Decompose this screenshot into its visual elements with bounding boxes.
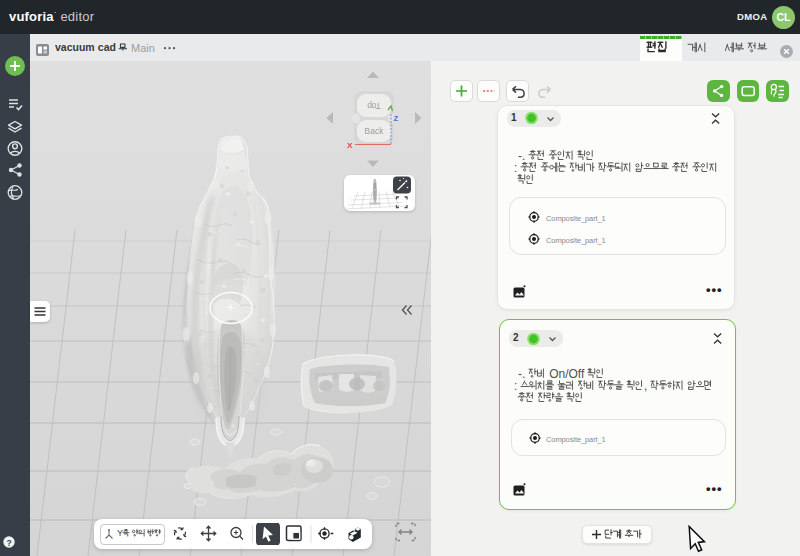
svg-text:Top: Top — [367, 101, 381, 111]
svg-text:On/Off: On/Off — [549, 367, 585, 381]
svg-text::: : — [514, 379, 517, 393]
svg-text:vacuum: vacuum — [55, 41, 95, 53]
svg-text:-.: -. — [518, 148, 525, 162]
svg-text:,: , — [644, 379, 647, 393]
svg-text:cad: cad — [98, 41, 116, 53]
svg-text:Back: Back — [365, 126, 385, 136]
svg-text:X: X — [347, 141, 353, 150]
svg-text:Y: Y — [117, 528, 123, 538]
svg-text:-.: -. — [518, 367, 525, 381]
svg-text::: : — [514, 160, 517, 174]
svg-text:Z: Z — [394, 114, 399, 123]
svg-text:?: ? — [6, 538, 11, 548]
